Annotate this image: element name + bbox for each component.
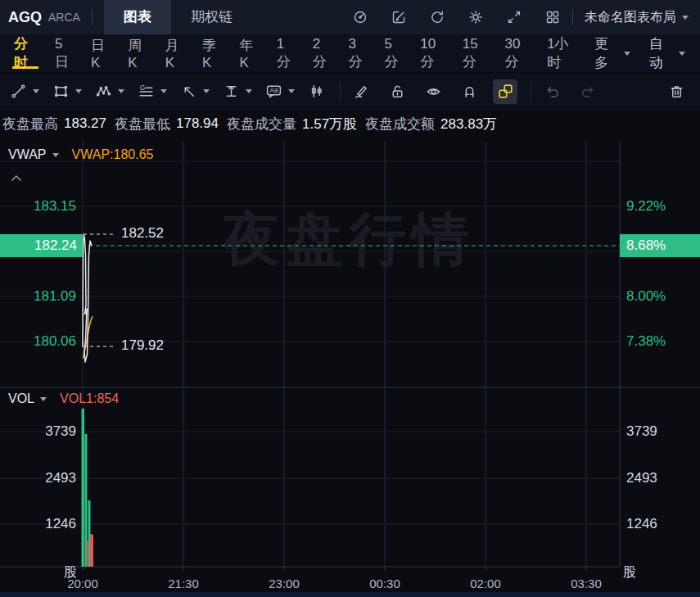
volume-indicator-name: VOL: [8, 391, 34, 406]
divider: [531, 82, 531, 102]
tab-option-chain[interactable]: 期权链: [171, 0, 252, 34]
settings-gear-icon[interactable]: [467, 9, 484, 25]
volume-axis-label-right: 1246: [626, 516, 657, 532]
volume-axis-label: 1246: [0, 516, 76, 532]
volume-indicator-row[interactable]: VOL VOL1:854: [8, 391, 119, 406]
fullscreen-icon[interactable]: [506, 9, 522, 25]
unit-label-left: 股: [47, 564, 77, 581]
gauge-icon[interactable]: [352, 9, 368, 25]
divider: [340, 82, 341, 102]
trend-line-tool[interactable]: [10, 83, 39, 100]
g-glyph: G: [140, 84, 146, 92]
timeframe-more-button[interactable]: 更多: [585, 34, 639, 72]
timeframe-items: 分时5日日K周K月K季K年K1分2分3分5分10分15分30分1小时: [5, 34, 585, 72]
time-axis-label: 21:30: [159, 576, 208, 592]
info-value: 283.83万: [440, 115, 497, 133]
measure-tool[interactable]: [223, 83, 252, 100]
main-indicator-name: VWAP: [8, 147, 47, 162]
unit-label-right: 股: [623, 564, 636, 581]
main-indicator-value: VWAP:180.65: [72, 147, 154, 162]
timeframe-月K[interactable]: 月K: [156, 34, 193, 72]
main-indicator-row[interactable]: VWAP VWAP:180.65: [8, 147, 153, 162]
percent-axis-label: 8.00%: [626, 288, 666, 305]
wave-pattern-icon: [95, 83, 112, 100]
arrow-icon: [180, 83, 197, 100]
percent-axis-label: 7.38%: [626, 333, 666, 350]
timeframe-日K[interactable]: 日K: [82, 34, 119, 72]
trend-line-icon: [10, 83, 27, 100]
info-label: 夜盘最低: [115, 115, 170, 133]
timeframe-5日[interactable]: 5日: [46, 34, 82, 72]
redo-icon: [580, 83, 597, 100]
info-label: 夜盘成交量: [227, 115, 296, 133]
visibility-button[interactable]: [421, 79, 445, 104]
timeframe-季K[interactable]: 季K: [193, 34, 230, 72]
chart-canvas[interactable]: [0, 138, 700, 597]
volume-axis-label: 3739: [0, 423, 76, 440]
top-icon-group: [352, 9, 561, 25]
chevron-down-icon: [40, 397, 47, 401]
auto-scale-label: 自动: [649, 34, 673, 72]
shape-tool[interactable]: [52, 83, 82, 100]
redo-button[interactable]: [576, 79, 600, 104]
timeframe-3分[interactable]: 3分: [340, 34, 376, 72]
grid-layout-icon[interactable]: [544, 9, 561, 25]
candlestick-icon: [308, 83, 325, 100]
chart-area: 夜盘行情 VWAP VWAP:180.65 VOL VOL1:854 183.1…: [0, 138, 700, 597]
refresh-icon[interactable]: [429, 9, 445, 25]
session-info-bar: 夜盘最高183.27夜盘最低178.94夜盘成交量1.57万股夜盘成交额283.…: [0, 110, 700, 138]
info-value: 178.94: [176, 115, 219, 132]
timeframe-1小时[interactable]: 1小时: [538, 34, 585, 72]
marker-pen-button[interactable]: [349, 79, 373, 104]
gann-lines-icon: G: [138, 83, 155, 100]
chevron-down-icon: [624, 52, 630, 56]
linked-squares-icon: [497, 83, 514, 100]
chevron-down-icon: [203, 89, 210, 93]
arrow-tool[interactable]: [180, 83, 210, 100]
volume-axis-label-right: 2493: [626, 470, 657, 486]
chevron-down-icon: [33, 89, 39, 93]
undo-button[interactable]: [540, 79, 564, 104]
info-label: 夜盘最高: [2, 115, 58, 133]
volume-axis-label: 2493: [0, 470, 76, 486]
auto-scale-button[interactable]: 自动: [639, 34, 695, 72]
time-axis-label: 23:00: [260, 576, 309, 592]
edit-icon[interactable]: [391, 9, 407, 25]
timeframe-1分[interactable]: 1分: [268, 34, 304, 72]
time-axis-label: 02:00: [461, 576, 510, 592]
timeframe-分时[interactable]: 分时: [5, 34, 46, 72]
timeframe-10分[interactable]: 10分: [411, 34, 454, 72]
unlock-icon: [389, 83, 406, 100]
collapse-chevron-icon[interactable]: [9, 172, 24, 183]
volume-axis-label-right: 3739: [626, 423, 657, 440]
text-tool[interactable]: Aa: [265, 83, 295, 100]
timeframe-15分[interactable]: 15分: [454, 34, 496, 72]
chevron-down-icon: [118, 89, 124, 93]
chevron-down-icon: [52, 153, 59, 157]
timeframe-5分[interactable]: 5分: [375, 34, 411, 72]
timeframe-周K[interactable]: 周K: [119, 34, 156, 72]
divider: [572, 10, 573, 25]
tab-chart[interactable]: 图表: [104, 0, 171, 34]
percent-axis-label: 9.22%: [626, 198, 666, 215]
symbol-label[interactable]: AGQ: [8, 9, 42, 26]
timeframe-bar: 分时5日日K周K月K季K年K1分2分3分5分10分15分30分1小时 更多 自动: [0, 34, 700, 72]
magnet-button[interactable]: [457, 79, 481, 104]
candle-pattern-tool[interactable]: [308, 83, 325, 100]
pattern-tool[interactable]: [95, 83, 124, 100]
timeframe-年K[interactable]: 年K: [230, 34, 267, 72]
magnet-icon: [461, 83, 478, 100]
timeframe-30分[interactable]: 30分: [496, 34, 539, 72]
top-bar: AGQ ARCA 图表 期权链: [0, 0, 700, 34]
gann-lines-tool[interactable]: G: [138, 83, 167, 100]
chevron-down-icon: [75, 89, 82, 93]
chevron-down-icon: [160, 89, 167, 93]
unlock-button[interactable]: [385, 79, 409, 104]
volume-indicator-value: VOL1:854: [60, 391, 119, 406]
drawing-toolbar: G Aa: [0, 72, 700, 110]
timeframe-2分[interactable]: 2分: [304, 34, 340, 72]
link-charts-button[interactable]: [493, 79, 517, 104]
layout-menu[interactable]: 未命名图表布局: [585, 9, 689, 26]
delete-drawings-button[interactable]: [664, 79, 689, 104]
info-value: 1.57万股: [302, 115, 357, 133]
